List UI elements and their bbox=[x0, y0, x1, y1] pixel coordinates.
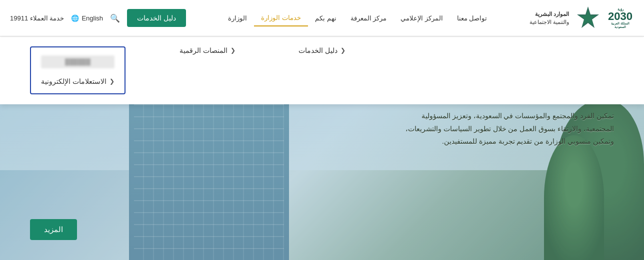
navbar-left: دليل الخدمات 🔍 English 🌐 خدمة العملاء 19… bbox=[10, 9, 186, 27]
chevron-icon: ❮ bbox=[110, 78, 114, 85]
nav-knowledge[interactable]: مركز المعرفة bbox=[344, 10, 394, 26]
hero-subtitle-line1: تمكين الفرد والمجتمع والمؤسسات في السعود… bbox=[339, 110, 614, 122]
dropdown-col-2: ❮ المنصات الرقمية bbox=[156, 46, 236, 54]
search-icon[interactable]: 🔍 bbox=[110, 13, 120, 23]
nav-links: الوزارة خدمات الوزارة نهم بكم مركز المعر… bbox=[221, 10, 494, 26]
logo-area: رؤية 2030 المملكة العربية السعودية الموا… bbox=[530, 4, 634, 32]
ministry-star-logo bbox=[574, 4, 602, 32]
dropdown-service-guide[interactable]: ❮ دليل الخدمات bbox=[266, 46, 346, 54]
hero-more-button[interactable]: المزيد bbox=[30, 219, 77, 240]
dropdown-col-3-highlighted: ██████ ❮ الاستعلامات الإلكترونية bbox=[30, 46, 126, 94]
hero-subtitle-line3: وتمكين منسوبي الوزارة من تقديم تجربة ممي… bbox=[339, 135, 614, 148]
chevron-icon: ❮ bbox=[230, 47, 236, 54]
globe-icon: 🌐 bbox=[71, 14, 79, 22]
vision-logo: رؤية 2030 المملكة العربية السعودية bbox=[606, 4, 634, 32]
ministry-name: الموارد البشرية والتنمية الاجتماعية bbox=[530, 10, 569, 26]
nav-needyou[interactable]: نهم بكم bbox=[308, 10, 344, 26]
hero-subtitle: تمكين الفرد والمجتمع والمؤسسات في السعود… bbox=[339, 110, 614, 148]
dropdown-blurred-label: ██████ bbox=[41, 55, 114, 68]
chevron-icon: ❮ bbox=[340, 47, 346, 54]
hero-subtitle-line2: المجتمعية، والارتقاء بسوق العمل من خلال … bbox=[339, 123, 614, 135]
services-button[interactable]: دليل الخدمات bbox=[127, 9, 186, 27]
nav-ministry[interactable]: الوزارة bbox=[221, 10, 254, 26]
nav-services[interactable]: خدمات الوزارة bbox=[254, 10, 308, 26]
vision-year: 2030 bbox=[608, 11, 632, 22]
dropdown-digital[interactable]: ❮ المنصات الرقمية bbox=[156, 46, 236, 54]
navbar-right: رؤية 2030 المملكة العربية السعودية الموا… bbox=[530, 4, 634, 32]
phone-label[interactable]: خدمة العملاء 19911 bbox=[10, 14, 64, 22]
nav-contact[interactable]: تواصل معنا bbox=[450, 10, 494, 26]
navbar: رؤية 2030 المملكة العربية السعودية الموا… bbox=[0, 0, 644, 36]
language-switcher[interactable]: English 🌐 bbox=[71, 14, 103, 22]
services-dropdown: ❮ دليل الخدمات ❮ المنصات الرقمية ██████ … bbox=[0, 36, 644, 104]
language-label: English bbox=[82, 14, 103, 22]
vision-sub: المملكة العربية السعودية bbox=[606, 22, 634, 28]
nav-media[interactable]: المركز الإعلامي bbox=[394, 10, 450, 26]
dropdown-col-1: ❮ دليل الخدمات bbox=[266, 46, 346, 54]
dropdown-econsultations[interactable]: ❮ الاستعلامات الإلكترونية bbox=[41, 77, 114, 85]
